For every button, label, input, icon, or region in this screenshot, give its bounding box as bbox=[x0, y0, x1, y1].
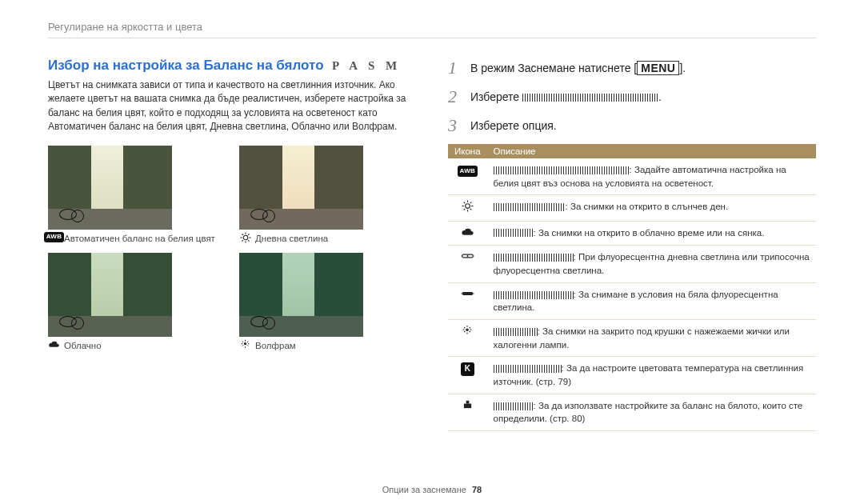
svg-line-23 bbox=[463, 202, 465, 203]
menu-button-label: MENU bbox=[637, 61, 679, 75]
table-row: : За снимки на закрито под крушки с наже… bbox=[448, 319, 816, 356]
svg-line-39 bbox=[464, 327, 465, 328]
awb-icon: AWB bbox=[48, 233, 60, 242]
table-row: AWB : Задайте автоматична настройка на б… bbox=[448, 158, 816, 195]
section-title: Избор на настройка за Баланс на бялото bbox=[48, 58, 324, 73]
svg-rect-44 bbox=[466, 401, 469, 404]
thumbnail-daylight: Дневна светлина bbox=[239, 146, 416, 245]
table-head-icon: Икона bbox=[448, 144, 487, 158]
step-prefix: Изберете bbox=[470, 90, 522, 103]
sample-image bbox=[239, 146, 363, 230]
thumbnail-tungsten: Волфрам bbox=[239, 253, 416, 352]
thumbnail-cloudy: Облачно bbox=[48, 253, 225, 352]
table-row: K : За да настроите цветовата температур… bbox=[448, 357, 816, 394]
svg-line-5 bbox=[242, 234, 242, 234]
obscured-text bbox=[494, 402, 534, 410]
sample-image bbox=[239, 253, 363, 337]
sample-thumbnails: AWB Автоматичен баланс на белия цвят Дне… bbox=[48, 146, 416, 352]
step-3: 3 Изберете опция. bbox=[448, 115, 816, 136]
sample-image bbox=[48, 253, 172, 337]
obscured-text bbox=[494, 203, 566, 211]
obscured-text bbox=[494, 254, 574, 262]
row-desc: : За снимки на закрито под крушки с наже… bbox=[494, 326, 790, 350]
svg-point-0 bbox=[243, 235, 248, 240]
cloud-icon bbox=[459, 226, 475, 238]
fluorescent-d-icon bbox=[459, 250, 475, 262]
caption-text: Автоматичен баланс на белия цвят bbox=[64, 233, 215, 245]
obscured-text bbox=[494, 166, 630, 174]
svg-line-42 bbox=[470, 327, 470, 328]
step-2: 2 Изберете . bbox=[448, 86, 816, 107]
svg-line-7 bbox=[242, 240, 242, 241]
svg-rect-43 bbox=[464, 404, 471, 409]
breadcrumb: Регулиране на яркостта и цвета bbox=[48, 21, 816, 38]
svg-line-8 bbox=[248, 234, 249, 234]
awb-icon: AWB bbox=[459, 166, 475, 177]
row-desc: : За да използвате настройките за баланс… bbox=[494, 401, 803, 424]
custom-wb-icon bbox=[459, 399, 475, 410]
sun-icon bbox=[239, 233, 251, 242]
page-number: 78 bbox=[472, 485, 482, 494]
mode-indicator: P A S M bbox=[332, 59, 401, 72]
section-heading: Избор на настройка за Баланс на бялото P… bbox=[48, 58, 416, 74]
table-row: : За снимки на открито в слънчев ден. bbox=[448, 195, 816, 221]
svg-line-6 bbox=[248, 240, 249, 241]
options-table: Икона Описание AWB : Задайте автоматична… bbox=[448, 144, 816, 431]
caption-text: Волфрам bbox=[255, 340, 296, 352]
step-number: 3 bbox=[448, 115, 462, 136]
page-footer: Опции за заснемане 78 bbox=[0, 485, 864, 494]
thumbnail-caption: Волфрам bbox=[239, 340, 416, 352]
step-prefix: В режим Заснемане натиснете [ bbox=[470, 62, 637, 74]
thumbnail-awb: AWB Автоматичен баланс на белия цвят bbox=[48, 146, 225, 245]
svg-line-15 bbox=[247, 345, 248, 346]
step-suffix: . bbox=[658, 90, 662, 103]
obscured-text bbox=[494, 365, 562, 373]
caption-text: Облачно bbox=[64, 340, 102, 352]
step-number: 2 bbox=[448, 86, 462, 107]
svg-point-30 bbox=[466, 255, 468, 257]
svg-line-14 bbox=[242, 342, 243, 342]
sun-icon bbox=[459, 200, 475, 211]
thumbnail-caption: Облачно bbox=[48, 340, 225, 352]
obscured-text bbox=[494, 229, 534, 237]
svg-line-26 bbox=[470, 202, 472, 203]
bulb-icon bbox=[459, 325, 475, 336]
svg-point-34 bbox=[466, 328, 470, 331]
step-1: 1 В режим Заснемане натиснете [MENU]. bbox=[448, 58, 816, 78]
row-desc: : За снимки на открито в облачно време и… bbox=[534, 228, 765, 238]
bulb-icon bbox=[239, 340, 251, 350]
obscured-text bbox=[494, 328, 538, 336]
obscured-text bbox=[494, 291, 574, 299]
step-text: В режим Заснемане натиснете [MENU]. bbox=[470, 61, 686, 75]
svg-line-17 bbox=[247, 342, 248, 342]
table-row: : За снимане в условия на бяла флуоресце… bbox=[448, 282, 816, 319]
intro-paragraph: Цветът на снимката зависи от типа и каче… bbox=[48, 78, 416, 134]
row-desc: : За снимки на открито в слънчев ден. bbox=[566, 202, 729, 211]
svg-line-24 bbox=[470, 209, 472, 210]
cloud-icon bbox=[48, 340, 60, 350]
thumbnail-caption: AWB Автоматичен баланс на белия цвят bbox=[48, 233, 225, 245]
svg-rect-31 bbox=[462, 292, 473, 295]
step-suffix: ]. bbox=[679, 62, 686, 74]
step-text: Изберете . bbox=[470, 90, 662, 103]
table-head-desc: Описание bbox=[487, 144, 816, 158]
steps-list: 1 В режим Заснемане натиснете [MENU]. 2 … bbox=[448, 58, 816, 136]
svg-line-16 bbox=[242, 345, 243, 346]
table-row: : За снимки на открито в облачно време и… bbox=[448, 221, 816, 246]
caption-text: Дневна светлина bbox=[255, 233, 328, 245]
svg-line-41 bbox=[464, 331, 465, 332]
svg-line-40 bbox=[470, 331, 470, 332]
svg-point-9 bbox=[244, 342, 246, 345]
footer-label: Опции за заснемане bbox=[382, 485, 466, 494]
fluorescent-w-icon bbox=[459, 288, 475, 299]
svg-point-18 bbox=[465, 204, 470, 209]
right-column: 1 В режим Заснемане натиснете [MENU]. 2 … bbox=[448, 58, 816, 431]
sample-image bbox=[48, 146, 172, 230]
left-column: Избор на настройка за Баланс на бялото P… bbox=[48, 58, 416, 431]
svg-line-25 bbox=[463, 209, 465, 210]
step-text: Изберете опция. bbox=[470, 119, 557, 132]
table-row: : За да използвате настройките за баланс… bbox=[448, 394, 816, 430]
kelvin-icon: K bbox=[459, 363, 475, 374]
obscured-text bbox=[522, 94, 658, 102]
step-number: 1 bbox=[448, 58, 462, 78]
